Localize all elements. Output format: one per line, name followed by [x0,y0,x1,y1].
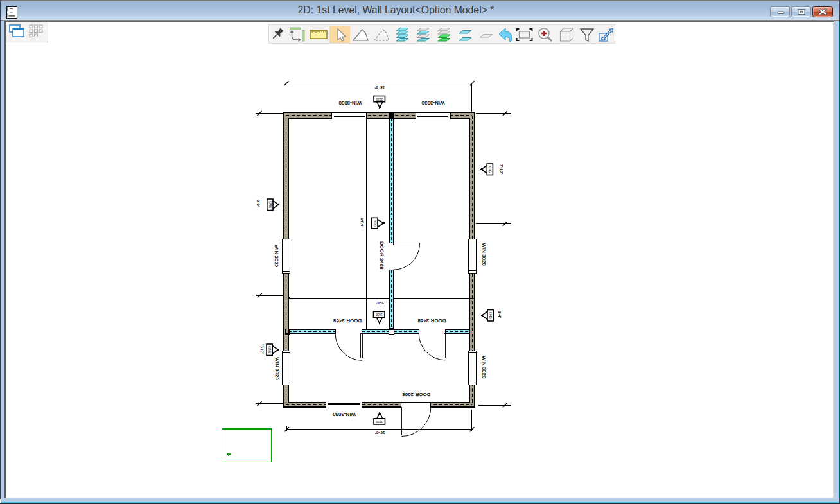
svg-text:14'-6": 14'-6" [360,218,364,227]
svg-text:WIN 3020: WIN 3020 [481,356,487,378]
svg-text:7'-10": 7'-10" [260,344,264,354]
svg-text:KING: KING [488,166,491,173]
svg-text:3'-4": 3'-4" [498,311,502,318]
svg-text:WIN-3030: WIN-3030 [338,100,362,106]
svg-text:3030: 3030 [373,220,376,227]
svg-text:DOOR-2468: DOOR-2468 [333,318,362,324]
svg-text:3030: 3030 [376,98,383,101]
svg-text:7'-10": 7'-10" [500,164,503,174]
svg-text:WIN 3020: WIN 3020 [274,245,279,267]
svg-text:WIN-3030: WIN-3030 [333,412,356,417]
svg-text:KING: KING [489,312,492,320]
svg-text:KING: KING [268,346,271,354]
svg-text:WIN 3020: WIN 3020 [481,243,487,266]
svg-text:3030: 3030 [376,313,383,316]
svg-text:DOOR-2668: DOOR-2668 [402,392,430,397]
svg-text:WIN-3030: WIN-3030 [422,100,445,106]
svg-text:3030: 3030 [376,420,383,423]
svg-text:16'-0": 16'-0" [374,85,384,89]
svg-text:DOOR 2468: DOOR 2468 [379,241,385,270]
svg-text:5'-0": 5'-0" [376,301,383,305]
svg-text:KING: KING [268,201,272,209]
svg-text:16'-0": 16'-0" [375,431,385,435]
svg-text:DOOR-2468: DOOR-2468 [417,318,446,324]
svg-text:9'-0": 9'-0" [256,200,260,207]
svg-text:WIN 3020: WIN 3020 [274,358,280,380]
